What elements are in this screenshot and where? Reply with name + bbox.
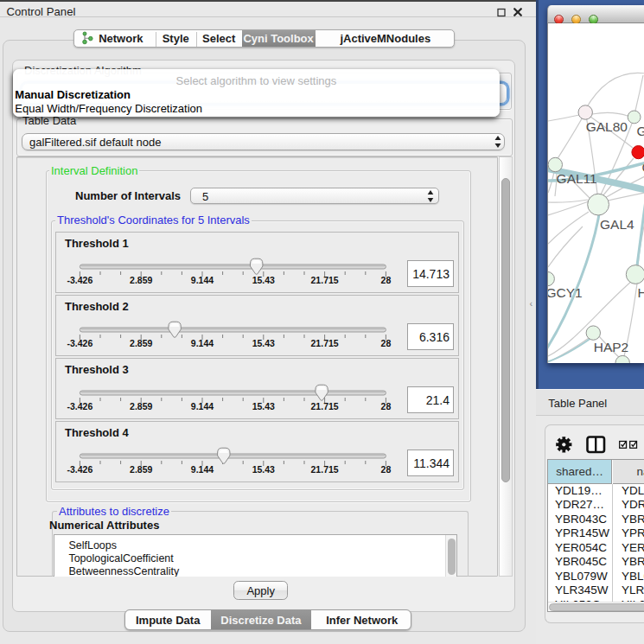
svg-text:21.715: 21.715 bbox=[310, 274, 338, 284]
svg-text:H: H bbox=[637, 285, 644, 300]
svg-text:28: 28 bbox=[380, 274, 391, 284]
svg-text:GAL11: GAL11 bbox=[556, 171, 596, 186]
svg-text:2.859: 2.859 bbox=[130, 400, 152, 411]
svg-text:-3.426: -3.426 bbox=[67, 274, 92, 284]
svg-text:15.43: 15.43 bbox=[252, 400, 274, 411]
svg-text:9.144: 9.144 bbox=[190, 463, 213, 474]
svg-text:15.43: 15.43 bbox=[252, 463, 274, 474]
svg-text:9.144: 9.144 bbox=[190, 274, 213, 284]
svg-text:9.144: 9.144 bbox=[190, 400, 213, 411]
svg-text:9.144: 9.144 bbox=[190, 337, 213, 348]
svg-text:21.715: 21.715 bbox=[310, 463, 338, 474]
svg-text:GAL80: GAL80 bbox=[585, 119, 628, 134]
svg-text:28: 28 bbox=[380, 337, 391, 348]
svg-text:21.715: 21.715 bbox=[310, 400, 338, 411]
svg-text:HAP2: HAP2 bbox=[593, 340, 628, 354]
svg-text:2.859: 2.859 bbox=[130, 337, 152, 348]
svg-text:15.43: 15.43 bbox=[252, 274, 274, 284]
svg-text:GA: GA bbox=[636, 124, 644, 138]
svg-text:15.43: 15.43 bbox=[252, 337, 274, 348]
svg-text:GCY1: GCY1 bbox=[548, 285, 583, 300]
svg-text:21.715: 21.715 bbox=[310, 337, 338, 348]
svg-text:2.859: 2.859 bbox=[130, 274, 152, 284]
svg-text:GAL4: GAL4 bbox=[600, 217, 634, 232]
svg-text:28: 28 bbox=[380, 400, 391, 411]
svg-text:28: 28 bbox=[380, 463, 391, 474]
svg-text:-3.426: -3.426 bbox=[67, 463, 92, 474]
svg-text:-3.426: -3.426 bbox=[67, 337, 92, 348]
svg-text:-3.426: -3.426 bbox=[67, 400, 92, 411]
svg-text:2.859: 2.859 bbox=[130, 463, 152, 474]
